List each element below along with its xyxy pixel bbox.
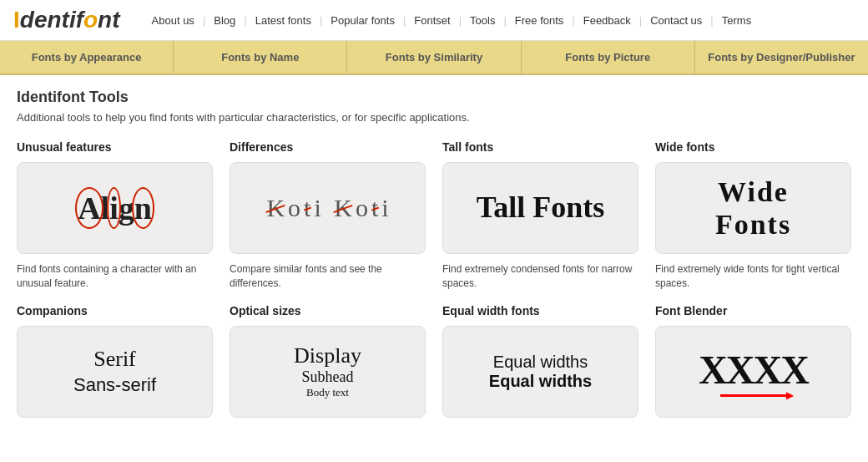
section-equal-label: Equal width fonts (442, 304, 638, 317)
tool-differences-desc: Compare similar fonts and see the differ… (230, 262, 426, 291)
blender-xxxx: XXXX (699, 347, 808, 393)
koti-t: t (304, 194, 310, 222)
koti2-t: t (371, 194, 378, 222)
sans-line: Sans-serif (73, 373, 156, 398)
nav-sep8: | (639, 14, 642, 27)
blender-arrow (720, 394, 787, 397)
nav-sep: | (203, 14, 205, 27)
koti-o: o (288, 194, 300, 222)
tool-tall-card[interactable]: Tall Fonts (442, 162, 638, 254)
align-n-circled: n (134, 190, 152, 226)
optical-subhead: Subhead (294, 368, 361, 386)
tab-designer[interactable]: Fonts by Designer/Publisher (695, 41, 868, 74)
equal-line2: Equal widths (489, 372, 592, 391)
section-differences-label: Differences (230, 140, 426, 154)
tool-equal-width: Equal width fonts Equal widths Equal wid… (442, 304, 638, 426)
section-companions-label: Companions (17, 304, 213, 317)
koti-text: Koti Koti (266, 194, 388, 222)
tools-row-2: Companions Serif Sans-serif Optical size… (17, 304, 851, 426)
tool-blender-card[interactable]: XXXX (655, 326, 851, 418)
koti-i: i (314, 194, 320, 222)
tab-similarity[interactable]: Fonts by Similarity (347, 41, 521, 74)
nav-tools[interactable]: Tools (463, 14, 502, 27)
tool-wide-desc: Find extremely wide fonts for tight vert… (655, 262, 851, 291)
nav-sep7: | (572, 14, 574, 27)
tool-differences-card[interactable]: Koti Koti (230, 162, 426, 254)
companions-text: Serif Sans-serif (73, 345, 156, 397)
logo-rest: dentifont (20, 7, 120, 33)
serif-line: Serif (73, 345, 156, 373)
nav-feedback[interactable]: Feedback (577, 14, 638, 27)
koti2-K: K (334, 194, 352, 222)
main-nav: About us | Blog | Latest fonts | Popular… (145, 14, 759, 27)
nav-sep9: | (710, 14, 713, 27)
nav-terms[interactable]: Terms (715, 14, 758, 27)
tool-tall-desc: Find extremely condensed fonts for narro… (442, 262, 638, 291)
align-A-circled: A (78, 190, 100, 226)
logo-i: I (13, 7, 20, 33)
tool-wide-fonts: Wide fonts WideFonts Find extremely wide… (655, 140, 851, 291)
koti2-o: o (356, 194, 368, 222)
tool-unusual-card[interactable]: Align (17, 162, 213, 254)
header: Identifont About us | Blog | Latest font… (0, 0, 868, 41)
section-optical-label: Optical sizes (230, 304, 426, 317)
tab-picture[interactable]: Fonts by Picture (522, 41, 695, 74)
section-unusual-label: Unusual features (17, 140, 213, 154)
nav-contact[interactable]: Contact us (643, 14, 709, 27)
koti-K: K (266, 194, 285, 222)
tool-companions-card[interactable]: Serif Sans-serif (17, 326, 213, 418)
tool-unusual-features: Unusual features Align Find fonts contai… (17, 140, 213, 291)
tool-optical-card[interactable]: Display Subhead Body text (230, 326, 426, 418)
nav-sep4: | (403, 14, 406, 27)
section-tall-label: Tall fonts (442, 140, 638, 154)
wide-fonts-text: WideFonts (715, 175, 791, 241)
nav-latest-fonts[interactable]: Latest fonts (249, 14, 318, 27)
tall-fonts-text: Tall Fonts (477, 191, 605, 225)
logo[interactable]: Identifont (13, 7, 120, 33)
tab-bar: Fonts by Appearance Fonts by Name Fonts … (0, 41, 868, 75)
nav-popular-fonts[interactable]: Popular fonts (324, 14, 401, 27)
tool-optical-sizes: Optical sizes Display Subhead Body text (230, 304, 426, 426)
optical-body: Body text (294, 386, 361, 399)
tool-equal-card[interactable]: Equal widths Equal widths (442, 326, 638, 418)
section-wide-label: Wide fonts (655, 140, 851, 154)
tool-unusual-desc: Find fonts containing a character with a… (17, 262, 213, 291)
blender-content: XXXX (699, 347, 808, 397)
equal-line1: Equal widths (489, 353, 592, 372)
main-content: Identifont Tools Additional tools to hel… (0, 75, 868, 453)
nav-free-fonts[interactable]: Free fonts (508, 14, 571, 27)
tool-wide-card[interactable]: WideFonts (655, 162, 851, 254)
nav-sep3: | (320, 14, 322, 27)
tab-name[interactable]: Fonts by Name (174, 41, 347, 74)
nav-about[interactable]: About us (145, 14, 201, 27)
nav-sep5: | (459, 14, 462, 27)
nav-sep6: | (503, 14, 506, 27)
nav-fontset[interactable]: Fontset (407, 14, 457, 27)
tool-differences: Differences Koti Koti Compare similar fo… (230, 140, 426, 291)
nav-sep2: | (244, 14, 246, 27)
tool-font-blender: Font Blender XXXX (655, 304, 851, 426)
align-i-circled: i (109, 190, 119, 226)
optical-display: Display (294, 343, 361, 368)
koti2-i: i (381, 194, 388, 222)
align-text: Align (78, 190, 152, 226)
page-subtitle: Additional tools to help you find fonts … (17, 111, 851, 124)
tool-companions: Companions Serif Sans-serif (17, 304, 213, 426)
optical-text: Display Subhead Body text (294, 343, 361, 399)
section-blender-label: Font Blender (655, 304, 851, 317)
tool-tall-fonts: Tall fonts Tall Fonts Find extremely con… (442, 140, 638, 291)
equal-text: Equal widths Equal widths (489, 353, 592, 391)
tab-appearance[interactable]: Fonts by Appearance (0, 41, 174, 74)
tools-row-1: Unusual features Align Find fonts contai… (17, 140, 851, 291)
page-title: Identifont Tools (17, 89, 851, 106)
nav-blog[interactable]: Blog (207, 14, 242, 27)
